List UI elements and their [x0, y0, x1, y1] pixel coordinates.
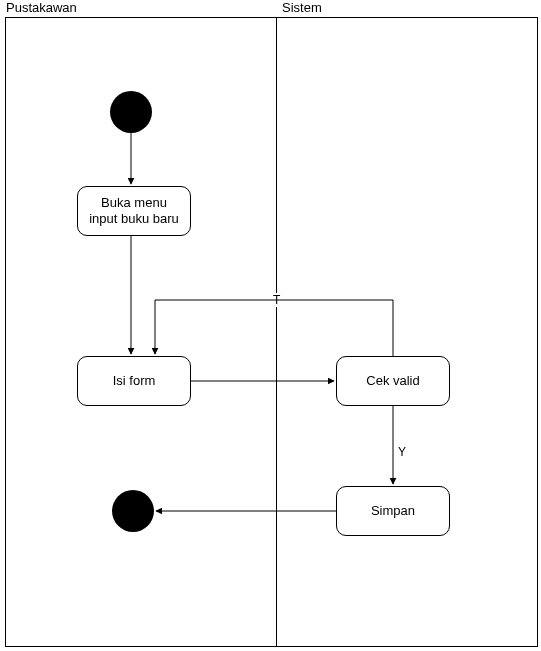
edge-cek-valid-to-isi-form	[155, 300, 393, 356]
edges	[0, 0, 541, 651]
activity-diagram: Pustakawan Sistem Buka menu input buku b…	[0, 0, 541, 651]
